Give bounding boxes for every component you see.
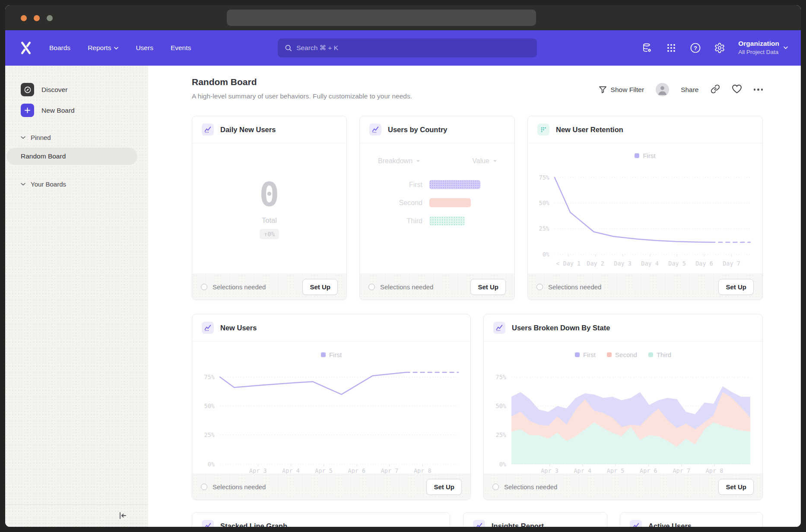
svg-text:Apr 8: Apr 8 <box>706 467 723 474</box>
state-area-chart: 75%50%25%0%Apr 3Apr 4Apr 5Apr 6Apr 7Apr … <box>484 342 763 475</box>
bar-label: First <box>360 181 429 189</box>
card-users-by-state: Users Broken Down By State First Second … <box>483 314 763 500</box>
org-switcher[interactable]: Organization All Project Data <box>738 39 788 56</box>
window-close-button[interactable] <box>21 15 27 21</box>
line-chart-icon <box>630 520 642 527</box>
nav-item-boards[interactable]: Boards <box>49 44 70 52</box>
svg-text:Day 5: Day 5 <box>668 260 686 267</box>
board-main: Random Board A high-level summary of use… <box>148 66 801 527</box>
set-up-button[interactable]: Set Up <box>718 279 754 295</box>
data-management-icon[interactable] <box>641 42 653 54</box>
nav-right-cluster: ? Organization All Project Data <box>641 30 788 66</box>
svg-text:Apr 3: Apr 3 <box>249 467 267 474</box>
sidebar-section-pinned[interactable]: Pinned <box>21 134 51 141</box>
nav-item-boards-label: Boards <box>49 44 70 52</box>
favorite-heart-icon[interactable] <box>732 84 742 95</box>
settings-gear-icon[interactable] <box>714 42 725 54</box>
breakdown-dropdown-label: Breakdown <box>378 157 413 165</box>
value-dropdown-label: Value <box>472 157 489 165</box>
card-title: New User Retention <box>556 126 623 134</box>
sidebar-item-discover[interactable]: Discover <box>21 83 67 96</box>
metric-value: 0 <box>260 178 279 211</box>
card-title: New Users <box>220 324 257 332</box>
line-chart-icon <box>369 124 381 136</box>
org-name: Organization <box>738 39 779 48</box>
svg-text:Apr 3: Apr 3 <box>541 467 558 474</box>
svg-text:25%: 25% <box>204 431 215 438</box>
status-text: Selections needed <box>504 483 557 491</box>
svg-text:Apr 8: Apr 8 <box>414 467 432 474</box>
set-up-button[interactable]: Set Up <box>426 479 462 495</box>
card-footer: Selections needed Set Up <box>528 274 762 300</box>
breakdown-controls: Breakdown Value <box>378 157 497 165</box>
new-users-chart: 75%50%25%0%Apr 3Apr 4Apr 5Apr 6Apr 7Apr … <box>192 342 471 475</box>
compass-icon <box>21 83 34 96</box>
page-title: Random Board <box>192 77 257 87</box>
filter-funnel-icon <box>599 86 607 94</box>
nav-item-events[interactable]: Events <box>171 44 191 52</box>
window-titlebar <box>5 5 801 30</box>
skeleton-bar <box>429 198 471 207</box>
svg-text:50%: 50% <box>496 402 506 409</box>
search-input[interactable] <box>296 44 530 52</box>
svg-text:Apr 7: Apr 7 <box>673 467 690 474</box>
sidebar-item-new-board[interactable]: New Board <box>21 104 75 117</box>
card-header: Daily New Users <box>192 116 346 143</box>
line-chart-icon <box>202 520 214 527</box>
svg-text:Apr 5: Apr 5 <box>315 467 333 474</box>
mixpanel-logo-icon[interactable] <box>20 41 33 55</box>
window-controls <box>21 15 53 21</box>
svg-text:< Day 1: < Day 1 <box>556 260 581 267</box>
nav-item-users[interactable]: Users <box>136 44 153 52</box>
status-text: Selections needed <box>213 483 266 491</box>
plus-icon <box>21 104 34 117</box>
avatar[interactable] <box>656 83 669 96</box>
help-icon[interactable]: ? <box>690 42 701 54</box>
breakdown-dropdown[interactable]: Breakdown <box>378 157 420 165</box>
sidebar: Discover New Board Pinned Random Board Y… <box>5 66 148 527</box>
value-dropdown[interactable]: Value <box>472 157 497 165</box>
set-up-button[interactable]: Set Up <box>302 279 338 295</box>
svg-text:75%: 75% <box>204 374 215 380</box>
chevron-down-icon <box>114 47 118 50</box>
show-filter-button[interactable]: Show Filter <box>599 86 644 94</box>
card-footer: Selections needed Set Up <box>192 474 470 500</box>
skeleton-bar-row: Second <box>360 198 471 207</box>
card-active-users: Active Users <box>620 512 763 527</box>
org-project: All Project Data <box>738 48 779 56</box>
top-nav: Boards Reports Users Events <box>5 30 801 66</box>
nav-links: Boards Reports Users Events <box>49 44 191 52</box>
share-button[interactable]: Share <box>681 86 698 94</box>
card-title: Active Users <box>648 522 692 527</box>
sidebar-item-random-board[interactable]: Random Board <box>6 148 137 165</box>
more-options-icon[interactable] <box>754 89 763 91</box>
address-bar[interactable] <box>227 10 536 26</box>
status-circle-icon <box>201 484 207 490</box>
metric-label: Total <box>262 216 277 225</box>
svg-text:Day 3: Day 3 <box>614 260 631 267</box>
window-minimize-button[interactable] <box>34 15 40 21</box>
retention-grid-icon <box>537 124 549 136</box>
card-insights-report: Insights Report <box>463 512 607 527</box>
svg-text:Day 7: Day 7 <box>723 260 740 267</box>
window-zoom-button[interactable] <box>47 15 53 21</box>
card-stacked-line-graph: Stacked Line Graph <box>192 512 450 527</box>
svg-text:?: ? <box>694 45 697 51</box>
svg-text:50%: 50% <box>204 402 215 409</box>
chevron-down-icon <box>21 183 25 186</box>
status-circle-icon <box>536 284 543 290</box>
copy-link-icon[interactable] <box>711 84 720 95</box>
skeleton-bar-row: Third <box>360 216 465 225</box>
nav-item-reports[interactable]: Reports <box>88 44 118 52</box>
collapse-sidebar-icon[interactable] <box>118 511 127 522</box>
apps-grid-icon[interactable] <box>666 42 677 54</box>
svg-text:25%: 25% <box>496 431 506 438</box>
set-up-button[interactable]: Set Up <box>718 479 754 495</box>
card-new-user-retention: New User Retention First 75%50%25%0%< Da… <box>527 116 763 300</box>
search-bar[interactable] <box>278 38 537 57</box>
card-title: Stacked Line Graph <box>220 522 287 527</box>
card-header: Active Users <box>620 513 762 527</box>
nav-item-users-label: Users <box>136 44 153 52</box>
set-up-button[interactable]: Set Up <box>470 279 506 295</box>
sidebar-section-your-boards[interactable]: Your Boards <box>21 180 66 188</box>
